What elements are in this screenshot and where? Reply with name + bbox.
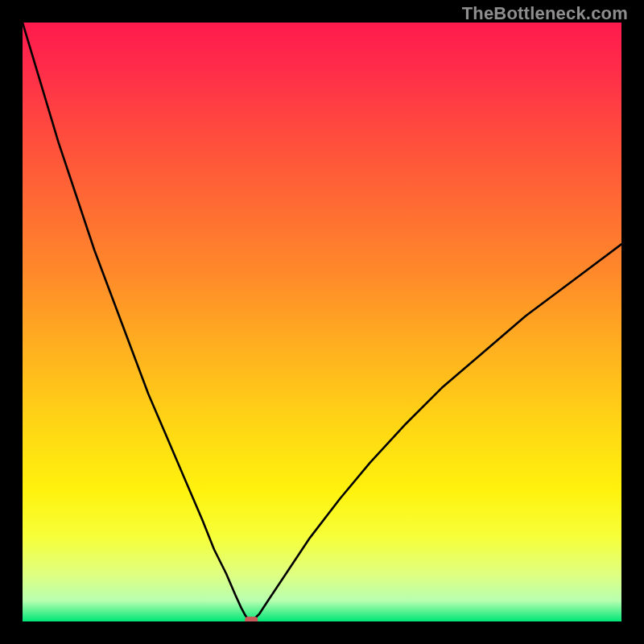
bottleneck-chart <box>23 23 621 621</box>
optimum-marker <box>245 617 258 621</box>
chart-frame: TheBottleneck.com <box>0 0 644 644</box>
watermark-text: TheBottleneck.com <box>462 3 628 24</box>
gradient-background <box>23 23 621 621</box>
